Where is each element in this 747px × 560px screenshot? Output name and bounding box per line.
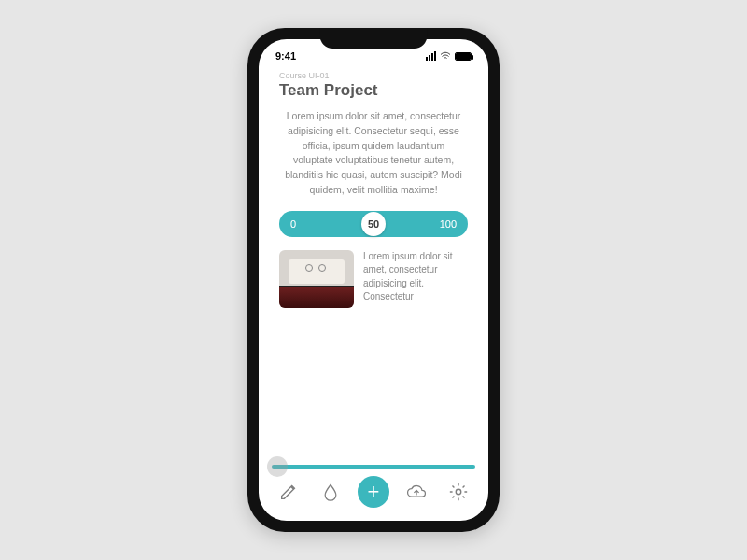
- drop-icon: [321, 482, 340, 502]
- content-area: Course UI-01 Team Project Lorem ipsum do…: [259, 65, 488, 465]
- cloud-upload-icon: [405, 482, 428, 502]
- progress-slider[interactable]: 0 100 50: [279, 211, 468, 237]
- wifi-icon: [440, 51, 451, 61]
- tab-bar: +: [259, 469, 488, 521]
- card-text: Lorem ipsum dolor sit amet, consectetur …: [363, 250, 468, 308]
- bottom-area: +: [259, 465, 488, 521]
- cloud-button[interactable]: [402, 478, 430, 506]
- slider-max-label: 100: [440, 218, 457, 230]
- edit-button[interactable]: [275, 478, 303, 506]
- svg-point-0: [456, 489, 461, 495]
- card-thumbnail: [279, 250, 354, 308]
- scrub-handle[interactable]: [267, 456, 288, 477]
- course-label: Course UI-01: [279, 71, 468, 80]
- pencil-icon: [278, 482, 299, 502]
- notch: [320, 28, 428, 49]
- scrub-bar[interactable]: [272, 465, 475, 469]
- content-card[interactable]: Lorem ipsum dolor sit amet, consectetur …: [279, 250, 468, 308]
- phone-frame: 9:41 Course UI-01 Team Project Lorem ips…: [247, 28, 500, 532]
- gear-icon: [448, 482, 469, 502]
- add-button[interactable]: +: [358, 476, 389, 508]
- plus-icon: +: [368, 480, 380, 504]
- description-text: Lorem ipsum dolor sit amet, consectetur …: [279, 109, 468, 198]
- page-title: Team Project: [279, 81, 468, 100]
- status-indicators: [426, 51, 472, 61]
- slider-thumb[interactable]: 50: [361, 212, 386, 236]
- settings-button[interactable]: [444, 478, 472, 506]
- status-time: 9:41: [275, 50, 296, 62]
- ink-button[interactable]: [317, 478, 345, 506]
- battery-icon: [455, 52, 472, 61]
- slider-min-label: 0: [290, 218, 296, 230]
- signal-icon: [426, 51, 436, 61]
- screen: 9:41 Course UI-01 Team Project Lorem ips…: [259, 39, 488, 521]
